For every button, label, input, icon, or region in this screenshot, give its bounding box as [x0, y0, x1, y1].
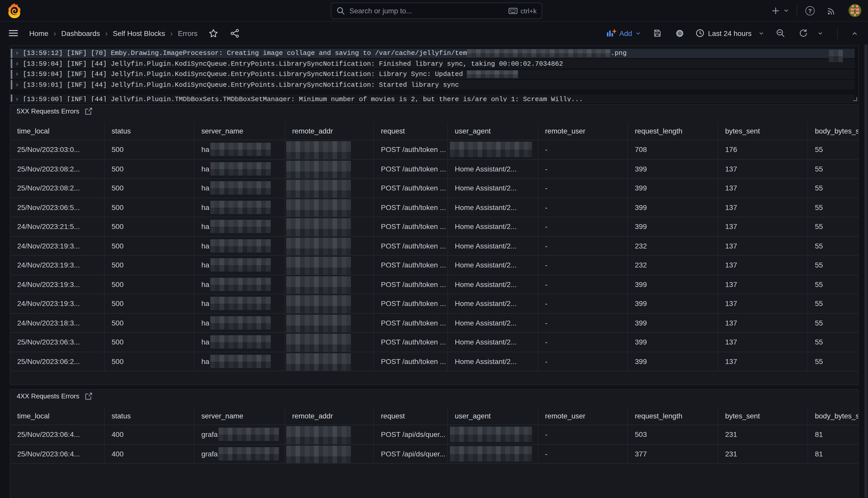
avatar[interactable]	[849, 4, 861, 17]
collapse-toolbar-button[interactable]	[848, 26, 861, 40]
column-header[interactable]: body_bytes_sent	[808, 407, 858, 424]
column-header[interactable]: time_local	[10, 122, 104, 140]
table: time_localstatusserver_nameremote_addrre…	[10, 407, 858, 463]
table-cell: -	[538, 313, 628, 332]
save-dashboard-button[interactable]	[650, 26, 664, 40]
table: time_localstatusserver_nameremote_addrre…	[10, 122, 858, 371]
cell-value: 55	[815, 280, 823, 289]
table-cell: 500	[104, 159, 194, 178]
search-input[interactable]: Search or jump to... ctrl+k	[331, 3, 542, 19]
column-header[interactable]: request	[374, 122, 448, 140]
log-row[interactable]: ›[13:59:13] [INF] [70] Emby.Drawing.Imag…	[11, 46, 854, 47]
redacted-blur	[286, 142, 351, 159]
column-header[interactable]: server_name	[194, 407, 285, 424]
time-range-picker[interactable]: Last 24 hours	[696, 29, 764, 38]
column-header[interactable]: request_length	[628, 122, 718, 140]
column-header[interactable]: remote_addr	[285, 122, 374, 140]
panel-resize-handle[interactable]	[853, 97, 857, 101]
expand-chevron-icon[interactable]: ›	[16, 95, 18, 101]
breadcrumb-item[interactable]: Home	[29, 29, 49, 37]
table-cell	[285, 313, 374, 332]
log-row[interactable]: ›[13:59:12] [INF] [70] Emby.Drawing.Imag…	[11, 49, 854, 58]
column-header[interactable]: time_local	[10, 407, 104, 424]
dashboard-settings-button[interactable]	[673, 26, 687, 40]
menu-toggle-button[interactable]	[7, 26, 20, 40]
cell-value: POST /api/ds/quer...	[381, 450, 446, 458]
zoom-out-time-button[interactable]	[774, 26, 787, 40]
cell-value: 500	[112, 165, 124, 173]
log-row[interactable]: ›[13:59:00] [INF] [44] Jellyfin.Plugin.T…	[11, 94, 854, 101]
cell-value: ha	[201, 184, 209, 192]
column-header[interactable]: request	[374, 407, 448, 424]
help-button[interactable]: ?	[803, 3, 817, 18]
help-icon: ?	[805, 6, 815, 15]
new-button[interactable]	[772, 6, 789, 15]
panel-header[interactable]: 4XX Requests Errors	[17, 392, 92, 400]
page-scrollbar[interactable]	[864, 44, 868, 498]
cell-value: -	[545, 184, 547, 192]
table-cell	[285, 256, 374, 274]
cell-value: 55	[815, 146, 823, 154]
log-row[interactable]: ›[13:59:04] [INF] [44] Jellyfin.Plugin.K…	[11, 59, 854, 68]
logs-panel: ›[13:59:13] [INF] [70] Emby.Drawing.Imag…	[10, 45, 858, 102]
table-cell: 500	[104, 179, 194, 197]
breadcrumb-item[interactable]: Self Host Blocks	[113, 29, 165, 37]
cell-value: -	[545, 146, 547, 154]
redacted-blur	[210, 355, 271, 368]
grafana-logo-icon[interactable]	[8, 3, 21, 18]
search-shortcut: ctrl+k	[508, 7, 537, 15]
table-row: 25/Nov/2023:06:2...500haPOST /auth/token…	[10, 352, 858, 371]
expand-chevron-icon[interactable]: ›	[16, 49, 18, 56]
expand-chevron-icon[interactable]: ›	[16, 59, 18, 67]
table-cell: -	[538, 140, 628, 159]
column-header[interactable]: bytes_sent	[718, 122, 808, 140]
column-header[interactable]: status	[104, 122, 194, 140]
cell-value: 399	[635, 338, 647, 346]
table-cell: 500	[104, 236, 194, 255]
column-header[interactable]: bytes_sent	[718, 407, 808, 424]
share-icon	[230, 28, 240, 38]
redacted-blur	[210, 162, 271, 175]
share-button[interactable]	[228, 26, 242, 40]
cell-value: 137	[725, 319, 737, 327]
column-header[interactable]: remote_user	[538, 407, 628, 424]
column-header[interactable]: user_agent	[448, 407, 538, 424]
panel-title[interactable]: 4XX Requests Errors	[17, 392, 79, 400]
column-header[interactable]: user_agent	[448, 122, 538, 140]
expand-chevron-icon[interactable]: ›	[16, 70, 18, 78]
favorite-button[interactable]	[207, 26, 220, 40]
refresh-button[interactable]	[796, 26, 810, 40]
external-link-icon[interactable]	[84, 392, 92, 400]
external-link-icon[interactable]	[84, 107, 92, 115]
log-row[interactable]: ›[13:59:01] [INF] [44] Jellyfin.Plugin.K…	[11, 80, 854, 89]
column-header[interactable]: remote_user	[538, 122, 628, 140]
table-cell: 500	[104, 294, 194, 313]
table-cell: Home Assistant/2...	[448, 333, 538, 351]
table-cell: 500	[104, 352, 194, 371]
refresh-interval-dropdown[interactable]	[814, 26, 827, 40]
table-cell: 55	[808, 333, 858, 351]
column-header[interactable]: remote_addr	[285, 407, 374, 424]
add-panel-button[interactable]: Add	[606, 29, 641, 37]
news-button[interactable]	[825, 3, 838, 18]
panel-header[interactable]: 5XX Requests Errors	[17, 107, 92, 115]
expand-chevron-icon[interactable]: ›	[16, 80, 18, 88]
table-cell	[285, 294, 374, 313]
cell-value: -	[545, 261, 547, 269]
table-cell	[285, 444, 374, 463]
log-level-bar	[11, 69, 12, 79]
scrollbar-thumb[interactable]	[864, 44, 867, 498]
table-cell: 377	[628, 444, 718, 463]
breadcrumb-item[interactable]: Dashboards	[61, 29, 100, 37]
table-cell: 500	[104, 275, 194, 294]
panel-title[interactable]: 5XX Requests Errors	[17, 107, 79, 115]
cell-value: -	[545, 203, 547, 211]
column-header[interactable]: status	[104, 407, 194, 424]
column-header[interactable]: server_name	[194, 122, 285, 140]
cell-value: 500	[112, 357, 124, 366]
table-cell: -	[538, 444, 628, 463]
column-header[interactable]: request_length	[628, 407, 718, 424]
table-cell: 137	[718, 333, 808, 351]
column-header[interactable]: body_bytes_sent	[808, 122, 858, 140]
log-row[interactable]: ›[13:59:04] [INF] [44] Jellyfin.Plugin.K…	[11, 69, 854, 79]
